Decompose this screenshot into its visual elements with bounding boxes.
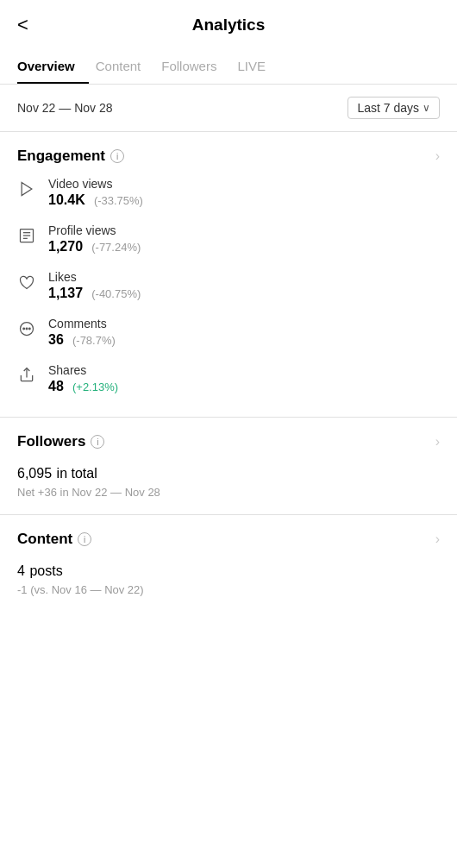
profile-views-content: Profile views 1,270 (-77.24%)	[48, 223, 141, 255]
followers-net: Net +36 in Nov 22 — Nov 28	[17, 486, 440, 499]
metric-profile-views: Profile views 1,270 (-77.24%)	[17, 223, 440, 255]
followers-total-value: 6,095	[17, 466, 52, 481]
comments-change: (-78.7%)	[72, 334, 116, 347]
tabs-bar: Overview Content Followers LIVE	[0, 50, 457, 85]
profile-views-change: (-77.24%)	[91, 241, 141, 254]
svg-point-7	[26, 328, 28, 330]
followers-info-icon[interactable]: i	[91, 435, 104, 449]
profile-views-icon	[17, 226, 36, 245]
comments-value: 36	[48, 332, 64, 347]
tab-live[interactable]: LIVE	[237, 50, 279, 84]
content-posts-label: posts	[29, 563, 62, 578]
followers-header: Followers i ›	[17, 433, 440, 450]
followers-total-label: in total	[57, 466, 97, 481]
comments-icon	[17, 319, 36, 338]
profile-views-row: 1,270 (-77.24%)	[48, 239, 141, 255]
content-chevron-icon[interactable]: ›	[435, 531, 440, 547]
likes-change: (-40.75%)	[91, 287, 141, 300]
engagement-header: Engagement i ›	[17, 148, 440, 165]
profile-views-label: Profile views	[48, 223, 141, 237]
svg-point-8	[29, 328, 31, 330]
followers-total: 6,095 in total	[17, 462, 440, 482]
comments-row: 36 (-78.7%)	[48, 332, 116, 348]
video-views-value: 10.4K	[48, 192, 85, 207]
metric-video-views: Video views 10.4K (-33.75%)	[17, 177, 440, 208]
likes-value: 1,137	[48, 286, 83, 300]
tab-content[interactable]: Content	[96, 50, 155, 84]
shares-row: 48 (+2.13%)	[48, 379, 118, 394]
tab-followers[interactable]: Followers	[161, 50, 230, 84]
metric-likes: Likes 1,137 (-40.75%)	[17, 270, 440, 301]
profile-views-value: 1,270	[48, 239, 83, 254]
content-info-icon[interactable]: i	[78, 532, 91, 546]
tab-overview[interactable]: Overview	[17, 50, 89, 84]
shares-icon	[17, 366, 36, 385]
content-title: Content	[17, 531, 72, 548]
likes-icon	[17, 273, 36, 292]
page-title: Analytics	[192, 16, 265, 35]
back-button[interactable]: <	[17, 16, 28, 35]
metric-comments: Comments 36 (-78.7%)	[17, 317, 440, 348]
engagement-title: Engagement	[17, 148, 105, 165]
video-views-content: Video views 10.4K (-33.75%)	[48, 177, 143, 208]
video-views-change: (-33.75%)	[94, 194, 143, 207]
followers-chevron-icon[interactable]: ›	[435, 434, 440, 450]
shares-value: 48	[48, 379, 64, 393]
video-views-label: Video views	[48, 177, 143, 191]
content-title-wrap: Content i	[17, 531, 91, 548]
content-sub: -1 (vs. Nov 16 — Nov 22)	[17, 583, 440, 596]
date-range: Nov 22 — Nov 28	[17, 101, 113, 115]
comments-label: Comments	[48, 317, 116, 330]
likes-content: Likes 1,137 (-40.75%)	[48, 270, 141, 301]
content-posts: 4 posts	[17, 560, 440, 580]
content-section: Content i › 4 posts -1 (vs. Nov 16 — Nov…	[0, 515, 457, 612]
followers-title: Followers	[17, 433, 85, 450]
likes-label: Likes	[48, 270, 141, 284]
date-selector[interactable]: Last 7 days ∨	[347, 97, 440, 119]
content-header: Content i ›	[17, 531, 440, 548]
shares-change: (+2.13%)	[72, 381, 118, 393]
video-views-icon	[17, 179, 36, 198]
followers-title-wrap: Followers i	[17, 433, 104, 450]
likes-row: 1,137 (-40.75%)	[48, 286, 141, 301]
content-posts-value: 4	[17, 563, 25, 578]
video-views-row: 10.4K (-33.75%)	[48, 192, 143, 208]
svg-marker-0	[22, 183, 32, 196]
header: < Analytics	[0, 0, 457, 50]
date-selector-label: Last 7 days	[357, 101, 419, 115]
shares-label: Shares	[48, 363, 118, 377]
engagement-chevron-icon[interactable]: ›	[435, 148, 440, 164]
engagement-info-icon[interactable]: i	[110, 149, 124, 163]
metric-shares: Shares 48 (+2.13%)	[17, 363, 440, 394]
engagement-title-wrap: Engagement i	[17, 148, 124, 165]
comments-content: Comments 36 (-78.7%)	[48, 317, 116, 348]
date-row: Nov 22 — Nov 28 Last 7 days ∨	[0, 85, 457, 132]
followers-section: Followers i › 6,095 in total Net +36 in …	[0, 418, 457, 515]
chevron-down-icon: ∨	[423, 102, 430, 114]
svg-point-6	[23, 328, 25, 330]
shares-content: Shares 48 (+2.13%)	[48, 363, 118, 394]
engagement-section: Engagement i › Video views 10.4K (-33.75…	[0, 132, 457, 418]
